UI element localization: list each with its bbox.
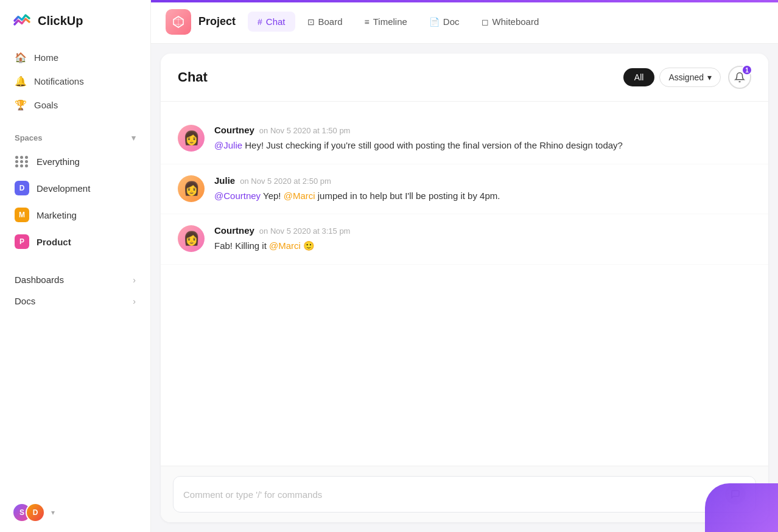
avatar-courtney-1: 👩 [178, 125, 205, 152]
tab-doc-label: Doc [443, 16, 460, 27]
chat-tab-icon: # [258, 17, 262, 27]
tab-board[interactable]: ⊡ Board [298, 12, 352, 32]
development-badge: D [15, 181, 29, 195]
mention-marci-1: @Marci [284, 191, 315, 201]
message-time-1: on Nov 5 2020 at 1:50 pm [259, 126, 351, 135]
clickup-logo-icon [12, 11, 32, 30]
mention-marci-2: @Marci [269, 240, 301, 251]
dashboards-label: Dashboards [15, 275, 64, 285]
spaces-section-header: Spaces ▾ [0, 127, 150, 146]
project-nav: Project # Chat ⊡ Board ≡ Timeline 📄 Doc … [166, 9, 548, 35]
doc-tab-icon: 📄 [429, 17, 440, 27]
docs-expand-icon: › [133, 296, 136, 306]
user-avatars: S D [12, 503, 45, 522]
sidebar-item-development[interactable]: D Development [7, 175, 143, 201]
marketing-badge: M [15, 208, 29, 222]
sidebar-item-notifications[interactable]: 🔔 Notifications [7, 70, 143, 93]
message-text-1: @Julie Hey! Just checking if you're stil… [214, 139, 751, 153]
message-text-3a: Fab! Killing it [214, 240, 269, 251]
product-badge: P [15, 234, 29, 249]
sidebar-item-marketing[interactable]: M Marketing [7, 202, 143, 228]
sidebar-item-everything-label: Everything [37, 156, 80, 167]
notification-count-badge: 1 [741, 65, 752, 75]
board-tab-icon: ⊡ [307, 17, 315, 27]
tab-timeline-label: Timeline [373, 16, 407, 27]
message-text-2a: Yep! [263, 191, 284, 201]
sidebar-item-product-label: Product [37, 237, 71, 247]
message-item: 👩 Courtney on Nov 5 2020 at 1:50 pm @Jul… [161, 114, 768, 164]
project-cube-icon [172, 15, 185, 29]
tab-timeline[interactable]: ≡ Timeline [355, 12, 417, 32]
tab-whiteboard-label: Whiteboard [492, 16, 539, 27]
message-text-3b: 🙂 [303, 240, 315, 251]
notification-bell-button[interactable]: 1 [728, 66, 751, 89]
spaces-collapse-icon[interactable]: ▾ [131, 133, 136, 142]
sidebar-item-home[interactable]: 🏠 Home [7, 46, 143, 69]
sidebar-item-marketing-label: Marketing [37, 210, 77, 220]
chat-title: Chat [178, 69, 623, 85]
message-body-3: Courtney on Nov 5 2020 at 3:15 pm Fab! K… [214, 225, 751, 253]
project-icon [166, 9, 191, 35]
filter-group: All Assigned ▾ [623, 68, 721, 87]
bell-icon: 🔔 [15, 75, 27, 87]
avatar-courtney-2: 👩 [178, 225, 205, 252]
message-author-3: Courtney [214, 225, 254, 236]
messages-list: 👩 Courtney on Nov 5 2020 at 1:50 pm @Jul… [161, 102, 768, 466]
message-meta-3: Courtney on Nov 5 2020 at 3:15 pm [214, 225, 751, 236]
whiteboard-tab-icon: ◻ [482, 17, 489, 27]
sidebar-item-docs[interactable]: Docs › [7, 290, 143, 312]
message-text-3: Fab! Killing it @Marci 🙂 [214, 239, 751, 253]
main-content: Project # Chat ⊡ Board ≡ Timeline 📄 Doc … [151, 0, 778, 532]
avatar-secondary: D [26, 503, 45, 522]
message-text-2: @Courtney Yep! @Marci jumped in to help … [214, 189, 751, 203]
tab-board-label: Board [318, 16, 343, 27]
logo[interactable]: ClickUp [0, 0, 150, 41]
sidebar-item-goals[interactable]: 🏆 Goals [7, 94, 143, 116]
user-chevron-icon: ▾ [51, 508, 55, 517]
user-profile[interactable]: S D ▾ [0, 493, 150, 532]
message-author-2: Julie [214, 175, 235, 186]
tab-whiteboard[interactable]: ◻ Whiteboard [472, 12, 549, 32]
top-bar: Project # Chat ⊡ Board ≡ Timeline 📄 Doc … [151, 0, 778, 44]
sidebar: ClickUp 🏠 Home 🔔 Notifications 🏆 Goals S… [0, 0, 151, 532]
message-body-1: Courtney on Nov 5 2020 at 1:50 pm @Julie… [214, 125, 751, 153]
avatar-julie-1: 👩 [178, 175, 205, 202]
sidebar-item-everything[interactable]: Everything [7, 149, 143, 174]
message-meta-1: Courtney on Nov 5 2020 at 1:50 pm [214, 125, 751, 135]
filter-all-button[interactable]: All [623, 68, 655, 86]
bottom-right-decoration [705, 483, 778, 532]
tab-doc[interactable]: 📄 Doc [419, 12, 469, 32]
everything-icon [15, 154, 29, 169]
tab-chat[interactable]: # Chat [248, 12, 295, 32]
sidebar-item-dashboards[interactable]: Dashboards › [7, 269, 143, 290]
comment-input-box[interactable]: Comment or type '/' for commands [173, 476, 756, 513]
message-item: 👩 Courtney on Nov 5 2020 at 3:15 pm Fab!… [161, 214, 768, 265]
docs-label: Docs [15, 296, 35, 306]
chat-header: Chat All Assigned ▾ 1 [161, 54, 768, 102]
sidebar-item-notifications-label: Notifications [34, 76, 84, 86]
dashboards-expand-icon: › [133, 275, 136, 285]
filter-assigned-chevron-icon: ▾ [707, 72, 712, 82]
main-nav: 🏠 Home 🔔 Notifications 🏆 Goals [0, 41, 150, 121]
sidebar-sections: Dashboards › Docs › [0, 267, 150, 314]
timeline-tab-icon: ≡ [365, 17, 370, 27]
message-time-3: on Nov 5 2020 at 3:15 pm [259, 226, 351, 236]
message-author-1: Courtney [214, 125, 254, 135]
message-meta-2: Julie on Nov 5 2020 at 2:50 pm [214, 175, 751, 186]
message-item: 👩 Julie on Nov 5 2020 at 2:50 pm @Courtn… [161, 164, 768, 215]
mention-courtney: @Courtney [214, 191, 261, 201]
sidebar-item-product[interactable]: P Product [7, 229, 143, 254]
logo-text: ClickUp [38, 14, 83, 28]
home-icon: 🏠 [15, 52, 27, 63]
message-body-2: Julie on Nov 5 2020 at 2:50 pm @Courtney… [214, 175, 751, 203]
filter-assigned-button[interactable]: Assigned ▾ [659, 68, 721, 87]
comment-input-area: Comment or type '/' for commands [161, 466, 768, 522]
sidebar-item-home-label: Home [34, 52, 58, 63]
sidebar-item-development-label: Development [37, 183, 90, 194]
goals-icon: 🏆 [15, 99, 27, 111]
comment-placeholder-text: Comment or type '/' for commands [183, 489, 725, 500]
project-title: Project [198, 15, 236, 28]
tab-chat-label: Chat [266, 16, 286, 27]
spaces-label: Spaces [15, 133, 43, 142]
sidebar-item-goals-label: Goals [34, 100, 58, 110]
